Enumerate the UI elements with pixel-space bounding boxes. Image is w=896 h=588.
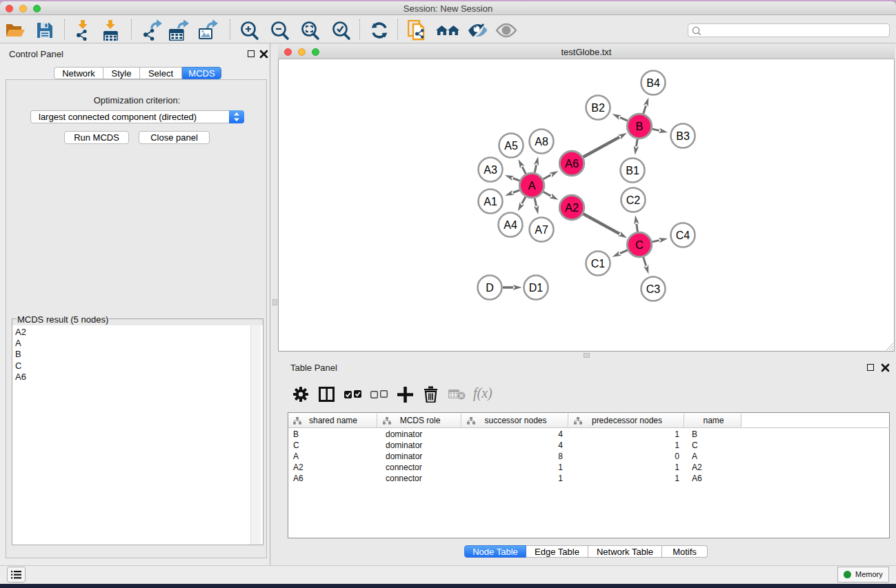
svg-text:A6: A6 [565, 157, 579, 170]
svg-text:A: A [528, 179, 535, 192]
svg-text:C4: C4 [676, 230, 690, 241]
svg-text:B3: B3 [676, 130, 690, 142]
svg-text:C: C [635, 239, 644, 251]
svg-text:A7: A7 [535, 224, 548, 236]
svg-text:B2: B2 [591, 102, 605, 114]
svg-text:A8: A8 [535, 136, 548, 148]
svg-text:C3: C3 [646, 283, 661, 295]
svg-text:D: D [486, 282, 494, 294]
svg-text:C2: C2 [626, 194, 641, 206]
svg-text:A2: A2 [565, 201, 579, 214]
svg-text:C1: C1 [591, 258, 606, 270]
svg-text:A1: A1 [484, 196, 497, 207]
svg-text:B1: B1 [626, 165, 639, 176]
svg-text:A4: A4 [504, 219, 517, 231]
svg-text:D1: D1 [529, 282, 544, 294]
svg-text:A3: A3 [484, 164, 497, 176]
svg-text:B4: B4 [646, 77, 660, 89]
svg-text:A5: A5 [504, 140, 518, 152]
svg-text:B: B [635, 120, 643, 132]
